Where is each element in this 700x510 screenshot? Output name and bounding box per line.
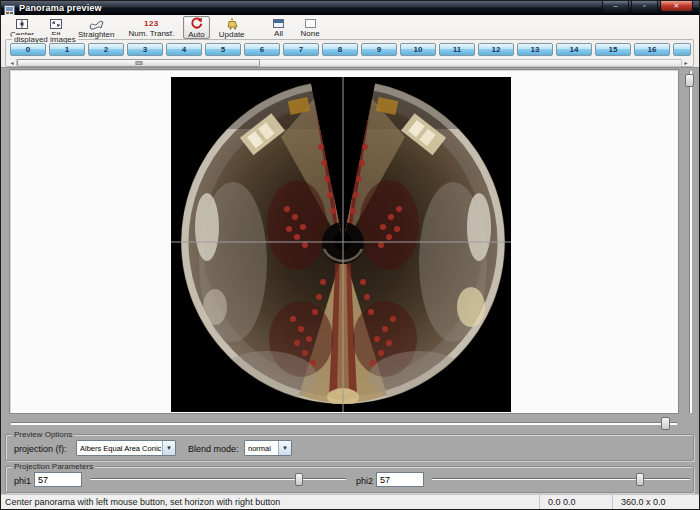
toolbar-button-none[interactable]: None [296,16,325,39]
projection-value: Albers Equal Area Conic [77,444,162,453]
window-controls: – ▫ ✕ [602,1,693,12]
image-toggle-5[interactable]: 5 [205,43,241,56]
preview-canvas[interactable] [9,69,679,414]
image-toggle-11[interactable]: 11 [439,43,475,56]
scrollbar-grip [135,61,142,65]
update-icon [225,18,239,30]
image-toggle-2[interactable]: 2 [88,43,124,56]
toolbar-button-label: Straighten [78,30,114,39]
image-toggle-13[interactable]: 13 [517,43,553,56]
projection-parameters-label: Projection Parameters [12,462,95,471]
status-size: 360.0 x 0.0 [612,495,699,509]
yaw-slider-thumb[interactable] [661,417,670,430]
phi1-label: phi1 [14,476,31,486]
yaw-slider[interactable] [9,417,679,430]
top-panel: CenterFitStraighten123Num. Transf.AutoUp… [1,15,699,68]
close-button[interactable]: ✕ [660,1,693,12]
phi1-slider-thumb[interactable] [295,473,303,486]
toolbar-button-all[interactable]: All [266,16,292,39]
blend-mode-label: Blend mode: [188,444,239,454]
status-bar: Center panorama with left mouse button, … [1,494,699,509]
image-toggle-0[interactable]: 0 [10,43,46,56]
toolbar-button-auto[interactable]: Auto [183,16,209,39]
image-toggle-9[interactable]: 9 [361,43,397,56]
image-button-row: 012345678910111213141516 [10,43,691,56]
all-icon [272,18,285,29]
image-toggle-14[interactable]: 14 [556,43,592,56]
phi2-label: phi2 [356,476,373,486]
toolbar-button-label: Num. Transf. [128,29,174,38]
image-toggle-6[interactable]: 6 [244,43,280,56]
auto-icon [190,18,203,30]
image-scrollbar[interactable]: ◂ ▸ [8,59,690,67]
phi1-slider[interactable] [88,472,348,487]
toolbar-button-num-transf[interactable]: 123Num. Transf. [123,16,179,39]
app-icon [4,2,15,13]
panorama-preview-window: Panorama preview – ▫ ✕ CenterFitStraight… [0,0,700,510]
phi2-input[interactable] [376,472,424,487]
preview-options-group: Preview Options projection (f): Albers E… [5,434,694,461]
displayed-images-group: displayed images 01234567891011121314151… [5,39,694,67]
preview-options-label: Preview Options [12,430,74,439]
panorama-image [171,77,511,412]
fit-icon [49,18,63,30]
blend-mode-value: normal [245,444,278,453]
image-toggle-15[interactable]: 15 [595,43,631,56]
toolbar-button-label: None [301,29,320,38]
scrollbar-thumb[interactable] [17,59,260,67]
image-toggle-4[interactable]: 4 [166,43,202,56]
projection-parameters-group: Projection Parameters phi1 phi2 [5,466,694,493]
phi1-input[interactable] [34,472,82,487]
image-toggle-10[interactable]: 10 [400,43,436,56]
scroll-right-arrow[interactable]: ▸ [682,59,690,67]
minimize-button[interactable]: – [602,1,629,12]
image-toggle-8[interactable]: 8 [322,43,358,56]
image-toggle-16[interactable]: 16 [634,43,670,56]
phi2-slider[interactable] [430,472,692,487]
toolbar-button-straighten[interactable]: Straighten [73,16,119,39]
scrollbar-track[interactable] [16,59,682,67]
chevron-down-icon: ▼ [162,441,175,455]
status-message: Center panorama with left mouse button, … [1,497,539,507]
phi2-slider-thumb[interactable] [636,473,644,486]
image-toggle-1[interactable]: 1 [49,43,85,56]
chevron-down-icon: ▼ [278,441,291,455]
none-icon [304,18,317,29]
projection-select[interactable]: Albers Equal Area Conic ▼ [76,440,176,456]
toolbar-button-label: Update [219,30,245,39]
blend-mode-select[interactable]: normal ▼ [244,440,292,456]
maximize-button[interactable]: ▫ [631,1,658,12]
pitch-slider-thumb[interactable] [685,74,694,87]
num-transf-icon: 123 [144,18,159,29]
toolbar-button-label: All [274,29,283,38]
center-icon [15,18,29,30]
image-toggle-partial[interactable] [673,43,691,56]
toolbar-button-update[interactable]: Update [214,16,250,39]
image-toggle-12[interactable]: 12 [478,43,514,56]
straighten-icon [88,18,105,30]
image-toggle-3[interactable]: 3 [127,43,163,56]
titlebar[interactable]: Panorama preview – ▫ ✕ [1,1,699,15]
projection-label: projection (f): [14,444,67,454]
scroll-left-arrow[interactable]: ◂ [8,59,16,67]
status-position: 0.0 0.0 [539,495,612,509]
preview-area [1,68,699,431]
window-title: Panorama preview [19,3,102,13]
image-toggle-7[interactable]: 7 [283,43,319,56]
pitch-slider[interactable] [684,69,696,415]
toolbar-button-label: Auto [188,30,204,39]
